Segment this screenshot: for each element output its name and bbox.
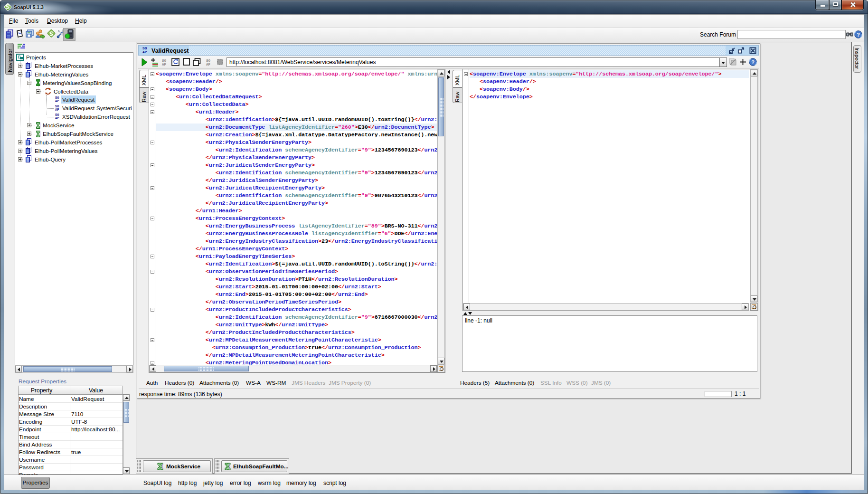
svg-text:AP: AP [206, 63, 211, 66]
svg-text:?: ? [857, 32, 860, 38]
svg-text:?: ? [751, 59, 755, 65]
svg-text:SO: SO [206, 59, 211, 63]
svg-text:AP: AP [162, 63, 167, 66]
svg-text:SO: SO [162, 59, 167, 63]
